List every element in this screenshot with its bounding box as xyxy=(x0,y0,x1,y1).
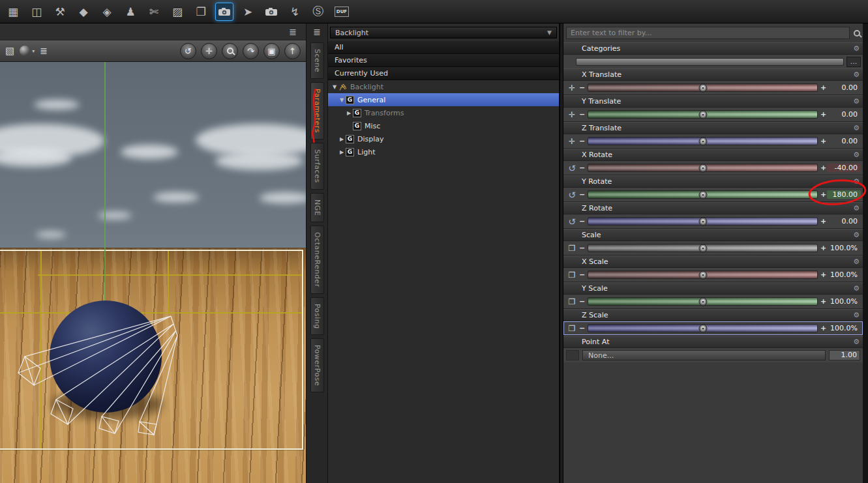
slider-knob[interactable] xyxy=(698,324,707,332)
param-value[interactable]: 0.00 xyxy=(827,137,861,145)
increment-button[interactable]: + xyxy=(820,190,827,199)
morph-tool-icon[interactable]: ◆ xyxy=(74,3,93,21)
smart-content-icon[interactable]: Ⓢ xyxy=(309,3,327,21)
tab-powerpose[interactable]: PowerPose xyxy=(310,338,324,392)
decrement-button[interactable]: − xyxy=(578,244,586,252)
filter-all[interactable]: All xyxy=(328,41,559,54)
save-duf-icon[interactable]: DUF xyxy=(333,3,351,21)
decrement-button[interactable]: − xyxy=(578,217,586,226)
increment-button[interactable]: + xyxy=(820,244,827,252)
settings-gear-icon[interactable]: ⚙ xyxy=(853,284,860,293)
pane-menu-icon[interactable]: ≣ xyxy=(289,27,297,37)
slider-knob[interactable] xyxy=(698,83,707,92)
settings-gear-icon[interactable]: ⚙ xyxy=(853,257,860,266)
slider-knob[interactable] xyxy=(698,271,707,279)
orbit-button[interactable]: ↺ xyxy=(180,43,196,59)
tree-item-light[interactable]: ▶GLight xyxy=(328,145,559,158)
param-value[interactable]: 100.0% xyxy=(827,297,861,306)
tab-parameters[interactable]: Parameters xyxy=(310,82,324,139)
tab-nge[interactable]: NGE xyxy=(310,193,324,222)
slider-knob[interactable] xyxy=(698,244,707,252)
viewport[interactable] xyxy=(0,62,306,483)
param-value[interactable]: 100.0% xyxy=(827,244,861,252)
param-value[interactable]: 0.00 xyxy=(827,217,861,226)
transfer-utility-icon[interactable]: ❐ xyxy=(192,3,210,21)
filter-currently-used[interactable]: Currently Used xyxy=(328,67,559,80)
point-at-dropdown[interactable]: None... xyxy=(582,350,826,360)
slider-knob[interactable] xyxy=(698,190,707,199)
add-figure-icon[interactable]: ♟ xyxy=(121,3,140,21)
tree-item-transforms[interactable]: ▶GTransforms xyxy=(328,106,559,119)
slider-track[interactable] xyxy=(588,190,818,199)
viewport-cube-icon[interactable]: ▧ xyxy=(5,45,14,57)
tab-scene[interactable]: Scene xyxy=(310,42,324,79)
param-value[interactable]: 100.0% xyxy=(827,324,861,332)
point-at-number[interactable]: 1.00 xyxy=(829,350,860,360)
tool-settings-icon[interactable]: ⚒ xyxy=(51,3,69,21)
zoom-button[interactable] xyxy=(222,43,238,59)
slider-knob[interactable] xyxy=(698,110,707,119)
tree-expander-icon[interactable]: ▶ xyxy=(338,149,346,155)
deformer-tool-icon[interactable]: ◈ xyxy=(98,3,116,21)
export-tool-icon[interactable]: ◫ xyxy=(27,3,46,21)
increment-button[interactable]: + xyxy=(820,137,827,145)
tree-item-misc[interactable]: GMisc xyxy=(328,119,559,132)
tree-item-display[interactable]: ▶GDisplay xyxy=(328,132,559,145)
increment-button[interactable]: + xyxy=(820,83,827,92)
settings-gear-icon[interactable]: ⚙ xyxy=(853,124,860,132)
param-value[interactable]: 0.00 xyxy=(827,110,861,119)
param-value[interactable]: 180.00 xyxy=(827,190,861,199)
animate-icon[interactable]: ↯ xyxy=(286,3,304,21)
tab-octanerender[interactable]: OctaneRender xyxy=(310,226,324,294)
param-value[interactable]: 100.0% xyxy=(827,271,861,279)
tree-item-backlight[interactable]: ▼Backlight xyxy=(328,80,559,93)
slider-knob[interactable] xyxy=(698,137,707,145)
settings-gear-icon[interactable]: ⚙ xyxy=(853,231,860,239)
clone-tool-icon[interactable]: ▦ xyxy=(4,3,22,21)
decrement-button[interactable]: − xyxy=(578,83,586,92)
slider-track[interactable] xyxy=(588,217,818,226)
weight-brush-icon[interactable]: ▨ xyxy=(168,3,187,21)
slider-track[interactable] xyxy=(588,137,818,145)
slider-track[interactable] xyxy=(588,271,818,279)
settings-gear-icon[interactable]: ⚙ xyxy=(853,97,860,106)
drawstyle-dropdown[interactable]: ▾ xyxy=(20,46,35,56)
settings-gear-icon[interactable]: ⚙ xyxy=(853,204,860,212)
param-value[interactable]: -40.00 xyxy=(827,164,861,172)
tree-expander-icon[interactable]: ▶ xyxy=(345,110,353,116)
tab-posing[interactable]: Posing xyxy=(310,297,324,336)
tree-expander-icon[interactable]: ▶ xyxy=(338,136,346,142)
settings-gear-icon[interactable]: ⚙ xyxy=(853,70,860,79)
decrement-button[interactable]: − xyxy=(578,271,586,279)
increment-button[interactable]: + xyxy=(820,110,827,119)
increment-button[interactable]: + xyxy=(820,324,827,332)
viewport-options-icon[interactable]: ≣ xyxy=(40,46,48,56)
reset-view-button[interactable]: ↑ xyxy=(284,43,301,59)
tree-expander-icon[interactable]: ▼ xyxy=(338,97,346,103)
slider-track[interactable] xyxy=(588,83,818,92)
frame-button[interactable]: ▣ xyxy=(263,43,280,59)
sphere-object[interactable] xyxy=(50,300,162,413)
categories-bar[interactable] xyxy=(576,58,844,66)
node-selector-dropdown[interactable]: Backlight ▼ xyxy=(330,27,557,38)
slider-knob[interactable] xyxy=(698,164,707,172)
tree-expander-icon[interactable]: ▼ xyxy=(331,84,338,90)
param-value[interactable]: 0.00 xyxy=(827,83,861,92)
filter-favorites[interactable]: Favorites xyxy=(328,54,559,67)
increment-button[interactable]: + xyxy=(820,297,827,306)
pointer-tool-icon[interactable]: ➤ xyxy=(239,3,257,21)
slider-track[interactable] xyxy=(588,297,818,306)
slider-track[interactable] xyxy=(588,164,818,172)
filter-input[interactable] xyxy=(566,27,850,39)
decrement-button[interactable]: − xyxy=(578,164,586,172)
settings-gear-icon[interactable]: ⚙ xyxy=(853,151,860,159)
decrement-button[interactable]: − xyxy=(578,137,586,145)
settings-gear-icon[interactable]: ⚙ xyxy=(853,44,860,53)
rotate-button[interactable]: ↷ xyxy=(243,43,259,59)
increment-button[interactable]: + xyxy=(820,164,827,172)
browse-button[interactable]: ... xyxy=(846,57,861,67)
camera-icon[interactable] xyxy=(262,3,280,21)
slider-track[interactable] xyxy=(588,324,818,332)
increment-button[interactable]: + xyxy=(820,271,827,279)
pan-button[interactable]: ✛ xyxy=(201,43,217,59)
